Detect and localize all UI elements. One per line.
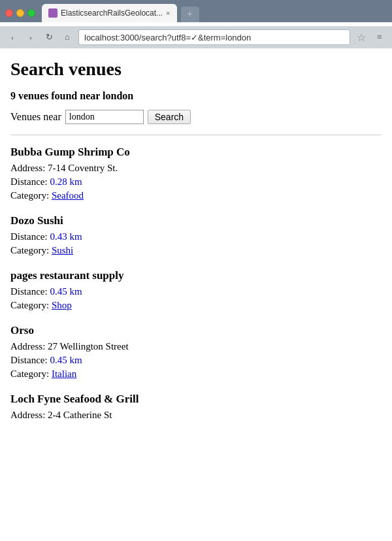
bookmark-button[interactable]: ☆ [354,30,368,44]
venue-name: Dozo Sushi [10,214,382,227]
maximize-window-button[interactable] [27,9,35,17]
venue-name: pages restaurant supply [10,269,382,282]
venue-category: Category: Seafood [10,190,382,201]
distance-value: 0.43 km [50,231,82,242]
venue-distance: Distance: 0.45 km [10,286,382,297]
distance-value: 0.45 km [50,355,82,365]
venue-address: Address: 7-14 Coventry St. [10,163,382,174]
divider [10,135,382,135]
page-content: Search venues 9 venues found near london… [0,48,392,450]
distance-value: 0.45 km [50,286,82,297]
forward-button[interactable]: › [24,30,38,44]
tab-close-button[interactable]: × [166,9,170,17]
browser-titlebar: ElasticsearchRailsGeolocat... × + [5,4,387,22]
tab-bar: ElasticsearchRailsGeolocat... × + [42,4,199,22]
venue-distance: Distance: 0.28 km [10,176,382,188]
tab-favicon [48,8,57,18]
venue-distance: Distance: 0.43 km [10,231,382,242]
tab-title: ElasticsearchRailsGeolocat... [61,8,163,18]
venue-name: Loch Fyne Seafood & Grill [10,393,382,406]
search-label: Venues near [10,111,61,123]
address-bar[interactable]: localhost:3000/search?utf8=✓&term=london [78,29,350,45]
venue-address: Address: 2-4 Catherine St [10,410,382,421]
venue-item: Orso Address: 27 Wellington Street Dista… [10,324,382,380]
venue-item: Bubba Gump Shrimp Co Address: 7-14 Coven… [10,146,382,201]
browser-nav: ‹ › ↻ ⌂ localhost:3000/search?utf8=✓&ter… [0,26,392,48]
back-button[interactable]: ‹ [5,30,20,44]
venue-category: Category: Sushi [10,245,382,256]
search-form: Venues near Search [10,110,382,124]
results-summary: 9 venues found near london [10,90,382,102]
venue-address: Address: 27 Wellington Street [10,341,382,352]
venue-name: Bubba Gump Shrimp Co [10,146,382,159]
category-link[interactable]: Seafood [52,190,84,201]
venue-item: Loch Fyne Seafood & Grill Address: 2-4 C… [10,393,382,421]
traffic-lights [5,9,35,17]
menu-button[interactable]: ≡ [372,30,387,44]
page-title: Search venues [10,59,382,80]
venue-category: Category: Italian [10,369,382,380]
category-link[interactable]: Shop [52,300,72,310]
address-label: Address: 7-14 Coventry St. [10,163,118,173]
home-button[interactable]: ⌂ [60,30,74,44]
venue-distance: Distance: 0.45 km [10,355,382,366]
venue-item: Dozo Sushi Distance: 0.43 km Category: S… [10,214,382,256]
minimize-window-button[interactable] [16,9,24,17]
search-button[interactable]: Search [148,110,191,124]
close-window-button[interactable] [5,9,13,17]
venue-category: Category: Shop [10,300,382,311]
search-input[interactable] [65,110,144,124]
active-tab[interactable]: ElasticsearchRailsGeolocat... × [42,4,177,22]
distance-value: 0.28 km [50,176,82,187]
venue-name: Orso [10,324,382,337]
venue-item: pages restaurant supply Distance: 0.45 k… [10,269,382,311]
reload-button[interactable]: ↻ [42,30,56,44]
browser-chrome: ElasticsearchRailsGeolocat... × + [0,0,392,22]
category-link[interactable]: Italian [52,369,76,379]
new-tab-button[interactable]: + [181,7,199,22]
category-link[interactable]: Sushi [52,245,73,255]
address-text: localhost:3000/search?utf8=✓&term=london [84,33,251,42]
